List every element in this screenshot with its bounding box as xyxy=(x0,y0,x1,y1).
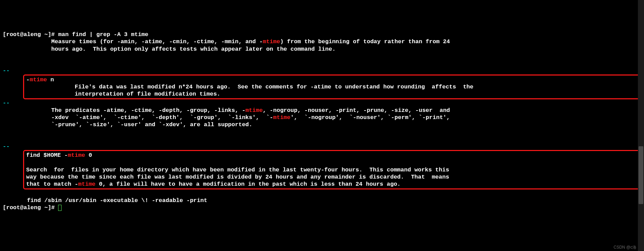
highlight-mtime: mtime xyxy=(263,38,280,45)
output-line: `-prune', `-size', `-user' and `-xdev', … xyxy=(3,121,253,128)
output-line: interpretation of file modification time… xyxy=(26,91,220,97)
output-line: Search for files in your home directory … xyxy=(26,167,449,173)
prompt-open: [ xyxy=(3,204,6,211)
option-head: n xyxy=(47,77,54,83)
output-line: hours ago. This option only affects test… xyxy=(3,46,335,52)
prompt-line: [root@aleng ~]# man find | grep -A 3 mti… xyxy=(3,31,149,38)
prompt-user-host: root@aleng xyxy=(6,204,41,211)
highlight-mtime: mtime xyxy=(78,181,95,187)
output-line: way because the time since each file was… xyxy=(26,174,449,180)
prompt-tilde: ~ xyxy=(41,204,48,211)
grep-separator: -- xyxy=(3,143,10,150)
scrollbar[interactable] xyxy=(638,0,644,251)
highlight-mtime: mtime xyxy=(273,114,291,121)
output-line: ', `-nogroup', `-nouser', `-perm', `-pri… xyxy=(291,114,450,121)
terminal-output[interactable]: [root@aleng ~]# man find | grep -A 3 mti… xyxy=(3,31,641,211)
cursor[interactable] xyxy=(58,205,62,211)
prompt-user-host: root@aleng xyxy=(6,31,41,38)
output-line: 0, a file will have to have a modificati… xyxy=(95,181,401,187)
output-line: , -nogroup, -nouser, -print, -prune, -si… xyxy=(263,107,450,114)
highlight-mtime: mtime xyxy=(68,152,85,158)
highlight-box-1: -mtime n File's data was last modified n… xyxy=(23,74,640,100)
example-head: find $HOME - xyxy=(26,152,68,158)
output-line: The predicates -atime, -ctime, -depth, -… xyxy=(3,107,245,114)
watermark: CSDN @c洛 xyxy=(613,245,637,250)
example-head: 0 xyxy=(85,152,92,158)
output-line: Measure times (for -amin, -atime, -cmin,… xyxy=(3,38,263,45)
grep-separator: -- xyxy=(3,67,10,74)
prompt-tilde: ~ xyxy=(41,31,48,38)
scrollbar-thumb[interactable] xyxy=(639,146,643,204)
prompt-close: ]# xyxy=(48,204,58,211)
option-head: - xyxy=(26,77,30,83)
grep-separator: -- xyxy=(3,100,10,106)
prompt-open: [ xyxy=(3,31,6,38)
highlight-mtime: mtime xyxy=(30,77,47,83)
output-line: -xdev `-atime', `-ctime', `-depth', `-gr… xyxy=(3,114,273,121)
output-line: File's data was last modified n*24 hours… xyxy=(26,84,473,90)
output-line: find /sbin /usr/sbin -executable \! -rea… xyxy=(3,197,207,204)
prompt-line: [root@aleng ~]# xyxy=(3,204,58,211)
command-text: man find | grep -A 3 mtime xyxy=(58,31,148,38)
output-line: ) from the beginning of today rather tha… xyxy=(280,38,450,45)
output-line: that to match - xyxy=(26,181,78,187)
highlight-mtime: mtime xyxy=(245,107,263,114)
prompt-close: ]# xyxy=(48,31,58,38)
highlight-box-2: find $HOME -mtime 0 Search for files in … xyxy=(23,150,640,189)
